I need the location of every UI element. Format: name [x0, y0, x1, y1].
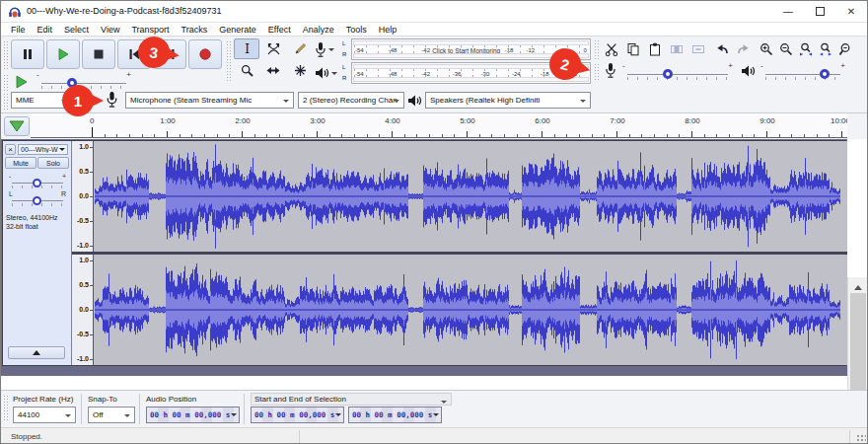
timeline-options-button[interactable] — [4, 116, 30, 136]
menu-tools[interactable]: Tools — [340, 25, 373, 35]
selection-toolbar-grip[interactable] — [3, 395, 8, 422]
cut-button[interactable] — [602, 38, 621, 59]
waveform-left-channel[interactable] — [95, 141, 847, 252]
waveform-canvas-right[interactable] — [95, 255, 840, 365]
ruler-label: 10:00 — [828, 116, 847, 125]
slider-plus-label: + — [126, 70, 131, 79]
close-button[interactable]: ✕ — [835, 1, 867, 22]
selection-tool-button[interactable]: I — [234, 38, 259, 59]
ruler-label: 5:00 — [455, 116, 480, 125]
redo-button[interactable] — [734, 38, 754, 59]
timeline-ruler[interactable]: 0 1:00 2:00 3:00 4:00 5:00 6:00 7:00 8:0… — [31, 113, 847, 138]
dropdown-caret-icon — [124, 414, 130, 420]
time-shift-tool-icon — [266, 64, 280, 77]
ruler-label: 2:00 — [230, 116, 255, 125]
menu-help[interactable]: Help — [373, 25, 403, 35]
maximize-button[interactable] — [804, 1, 835, 22]
playback-volume-thumb[interactable] — [820, 69, 830, 79]
menu-edit[interactable]: Edit — [32, 25, 59, 35]
play-at-speed-grip[interactable] — [3, 74, 8, 92]
selection-start-field[interactable]: 00 h 00 m 00,000 s — [251, 407, 344, 423]
silence-selection-button[interactable] — [688, 38, 708, 59]
status-bar: Stopped. — [1, 427, 867, 444]
menu-file[interactable]: File — [5, 25, 32, 35]
vertical-scale-right-channel[interactable]: 1.0 0.5 0.0 -0.5 -1.0 — [72, 255, 94, 365]
ruler-label: 1:00 — [155, 116, 181, 125]
zoom-tool-icon — [241, 64, 253, 77]
recording-device-dropdown[interactable]: Microphone (Steam Streaming Mic — [125, 92, 294, 109]
speaker-icon — [315, 66, 329, 80]
pause-icon — [21, 47, 35, 61]
solo-button[interactable]: Solo — [37, 157, 69, 169]
zoom-tool-button[interactable] — [234, 60, 259, 81]
stop-button[interactable] — [82, 39, 115, 69]
menu-transport[interactable]: Transport — [125, 25, 175, 35]
play-at-speed-button[interactable] — [10, 71, 34, 92]
slider-minus-label: - — [36, 70, 39, 79]
resize-grip[interactable] — [856, 434, 866, 444]
zoom-in-button[interactable] — [757, 38, 775, 59]
mute-button[interactable]: Mute — [5, 157, 36, 169]
track-close-button[interactable]: × — [5, 144, 16, 155]
waveform-right-channel[interactable] — [95, 255, 847, 365]
envelope-tool-button[interactable] — [260, 38, 286, 59]
annotation-pin-1: 1 — [62, 85, 94, 116]
zoom-toggle-button[interactable] — [835, 38, 854, 59]
undo-button[interactable] — [712, 38, 732, 59]
track-pan-slider[interactable]: L R — [7, 190, 68, 208]
playhead-cursor — [92, 127, 93, 137]
dropdown-caret-icon — [65, 414, 71, 420]
waveform-canvas-left[interactable] — [95, 141, 840, 252]
meter-left-label: L — [342, 40, 345, 46]
silence-selection-icon — [691, 42, 705, 56]
menu-generate[interactable]: Generate — [213, 25, 262, 35]
scroll-up-button[interactable] — [848, 277, 868, 293]
zoom-out-button[interactable] — [776, 38, 795, 59]
recording-volume-thumb[interactable] — [663, 69, 673, 79]
minimize-button[interactable]: — — [772, 1, 804, 22]
playback-volume-slider[interactable]: - + — [760, 63, 845, 81]
trim-outside-selection-button[interactable] — [667, 38, 687, 59]
copy-button[interactable] — [623, 38, 643, 59]
vertical-scale-left-channel[interactable]: 1.0 0.5 0.0 -0.5 -1.0 — [72, 141, 94, 252]
menu-view[interactable]: View — [95, 25, 125, 35]
selection-mode-dropdown[interactable]: Start and End of Selection — [251, 393, 452, 406]
selection-end-field[interactable]: 00 h 00 m 00,000 s — [348, 407, 442, 423]
recording-volume-slider[interactable]: - + — [622, 63, 733, 81]
fit-selection-button[interactable] — [796, 38, 815, 59]
selection-start-value: 00 h 00 m 00,000 s — [254, 410, 334, 419]
fit-project-button[interactable] — [816, 38, 834, 59]
device-toolbar-grip[interactable] — [3, 93, 8, 111]
playback-device-dropdown[interactable]: Speakers (Realtek High Definiti — [425, 92, 591, 109]
track-pan-thumb[interactable] — [33, 196, 41, 205]
track-collapse-button[interactable] — [8, 346, 65, 359]
collapse-arrow-icon — [33, 346, 40, 355]
track-close-icon: × — [8, 145, 13, 154]
menu-effect[interactable]: Effect — [262, 25, 297, 35]
ruler-label: 8:00 — [680, 116, 705, 125]
edit-toolbar-grip[interactable] — [594, 39, 599, 59]
recording-channels-dropdown[interactable]: 2 (Stereo) Recording Chan — [298, 92, 404, 109]
pause-button[interactable] — [11, 39, 44, 69]
project-rate-dropdown[interactable]: 44100 — [13, 407, 76, 423]
draw-tool-button[interactable] — [287, 38, 313, 59]
menu-select[interactable]: Select — [58, 25, 95, 35]
timefield-caret-icon — [335, 413, 341, 419]
time-shift-tool-button[interactable] — [260, 60, 286, 81]
track-name-menu[interactable]: 00---Why-W — [18, 144, 68, 155]
track-gain-slider[interactable]: - + — [7, 173, 68, 190]
transport-grip[interactable] — [3, 40, 8, 70]
record-button[interactable] — [188, 39, 222, 69]
multi-tool-button[interactable] — [287, 60, 313, 81]
menu-tracks[interactable]: Tracks — [176, 25, 214, 35]
snap-to-dropdown[interactable]: Off — [88, 407, 135, 423]
microphone-icon — [315, 41, 326, 58]
trim-outside-selection-icon — [670, 42, 684, 56]
tools-grip[interactable] — [226, 40, 231, 82]
paste-button[interactable] — [645, 38, 665, 59]
slider-plus-label: + — [840, 61, 845, 70]
menu-analyze[interactable]: Analyze — [297, 25, 340, 35]
track-gain-thumb[interactable] — [33, 179, 41, 187]
audio-position-field[interactable]: 00 h 00 m 00,000 s — [146, 407, 240, 423]
play-button[interactable] — [46, 39, 80, 69]
